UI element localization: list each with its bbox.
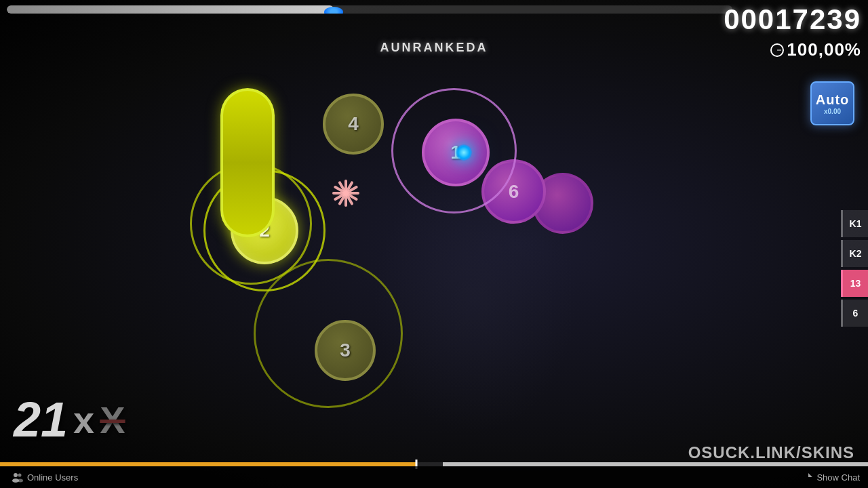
show-chat-label: Show Chat xyxy=(816,472,860,483)
hit-circle-4: 4 xyxy=(323,94,384,155)
combo-miss: X xyxy=(100,398,125,442)
score-display: 00017239 xyxy=(724,5,861,34)
key-6-label: 6 xyxy=(853,308,859,319)
circle-4-number: 4 xyxy=(348,113,359,135)
key-k1-label: K1 xyxy=(850,218,862,229)
hit-effect xyxy=(326,159,366,200)
auto-indicator: Auto x0.00 xyxy=(810,81,854,125)
online-users-label: Online Users xyxy=(27,472,78,483)
progress-bar-fill xyxy=(7,5,334,14)
progress-bar xyxy=(7,5,732,14)
online-users[interactable]: Online Users xyxy=(0,471,78,483)
combo-display: 21 x X xyxy=(14,392,125,447)
key-13: 13 xyxy=(841,270,868,297)
key-k2-label: K2 xyxy=(850,248,862,259)
show-chat-button[interactable]: Show Chat xyxy=(803,472,868,483)
chat-icon xyxy=(803,472,814,483)
accuracy-value: 100,00% xyxy=(787,39,861,60)
cursor-glow xyxy=(456,144,472,161)
hit-circle-6: 6 xyxy=(481,159,546,224)
key-k2: K2 xyxy=(841,240,868,267)
game-canvas: 00017239 100,00% AUNRANKEDA Auto x0.00 4… xyxy=(0,0,868,488)
accuracy-display: 100,00% xyxy=(770,39,861,60)
bottom-bar: Online Users Show Chat xyxy=(0,466,868,488)
svg-point-0 xyxy=(14,473,18,477)
svg-point-3 xyxy=(18,479,23,483)
svg-point-2 xyxy=(18,474,22,477)
circle-3-number: 3 xyxy=(340,340,351,361)
key-6: 6 xyxy=(841,300,868,327)
clock-icon xyxy=(770,43,784,57)
slider-1 xyxy=(220,88,275,237)
key-k1: K1 xyxy=(841,210,868,237)
combo-number: 21 xyxy=(14,392,68,447)
circle-6-number: 6 xyxy=(509,181,519,203)
watermark: OSUCK.LINK/SKINS xyxy=(688,443,854,462)
auto-label: Auto xyxy=(816,92,850,108)
auto-sub: x0.00 xyxy=(824,108,841,115)
hit-circle-3: 3 xyxy=(315,320,376,381)
unranked-badge: AUNRANKEDA xyxy=(380,41,488,55)
key-13-label: 13 xyxy=(850,278,861,289)
combo-x: x xyxy=(73,398,94,442)
svg-marker-4 xyxy=(808,473,812,477)
people-icon xyxy=(11,471,23,483)
progress-cursor xyxy=(324,7,343,14)
key-indicators: K1 K2 13 6 xyxy=(841,210,868,327)
